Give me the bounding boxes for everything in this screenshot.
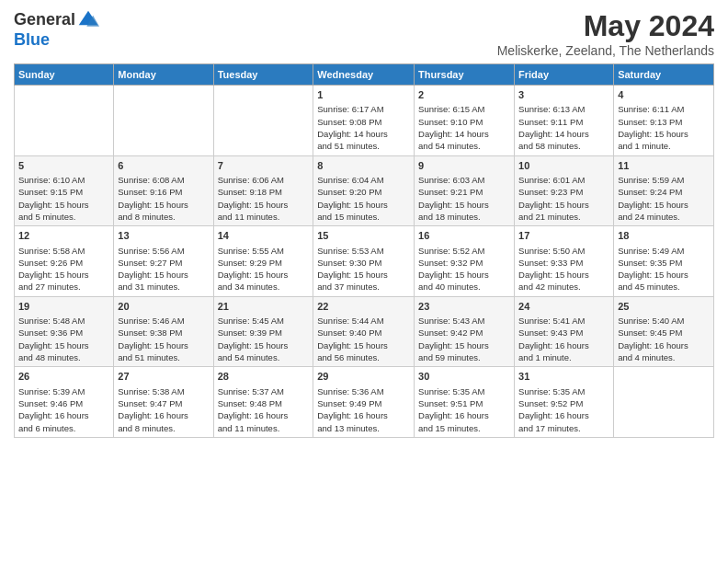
day-number: 13 — [118, 229, 209, 243]
title-section: May 2024 Meliskerke, Zeeland, The Nether… — [497, 9, 714, 58]
calendar-cell: 26Sunrise: 5:39 AMSunset: 9:46 PMDayligh… — [15, 367, 114, 438]
day-info-line: and 45 minutes. — [618, 281, 710, 293]
calendar-cell — [15, 86, 114, 156]
day-info-line: Sunset: 9:49 PM — [317, 397, 410, 409]
day-info-line: and 31 minutes. — [118, 281, 209, 293]
day-info-line: and 59 minutes. — [418, 351, 510, 363]
day-info-line: Daylight: 16 hours — [518, 339, 609, 351]
day-info-line: Daylight: 15 hours — [518, 269, 609, 281]
day-info-line: Sunset: 9:10 PM — [418, 116, 510, 128]
logo-general-text: General — [14, 11, 75, 29]
logo-blue-text: Blue — [14, 31, 99, 50]
calendar-cell: 1Sunrise: 6:17 AMSunset: 9:08 PMDaylight… — [313, 86, 415, 156]
calendar-cell: 31Sunrise: 5:35 AMSunset: 9:52 PMDayligh… — [515, 367, 614, 438]
calendar-week-row: 5Sunrise: 6:10 AMSunset: 9:15 PMDaylight… — [15, 155, 714, 226]
day-number: 30 — [418, 370, 510, 384]
day-info-line: and 13 minutes. — [317, 422, 410, 434]
day-info-line: Sunset: 9:51 PM — [418, 397, 510, 409]
day-info-line: Daylight: 15 hours — [18, 269, 109, 281]
day-number: 31 — [518, 370, 609, 384]
day-info-line: Sunset: 9:20 PM — [317, 186, 410, 198]
day-info-line: Daylight: 16 hours — [317, 409, 410, 421]
day-info-line: Daylight: 15 hours — [317, 269, 410, 281]
day-info-line: Daylight: 15 hours — [317, 199, 410, 211]
day-info-line: Sunset: 9:46 PM — [18, 397, 109, 409]
day-info-line: Daylight: 16 hours — [18, 409, 109, 421]
day-number: 24 — [518, 300, 609, 314]
day-number: 19 — [18, 300, 109, 314]
day-number: 26 — [18, 370, 109, 384]
day-info-line: Sunset: 9:32 PM — [418, 257, 510, 269]
logo-icon — [77, 9, 99, 31]
day-number: 16 — [418, 229, 510, 243]
day-info-line: Sunset: 9:29 PM — [218, 257, 310, 269]
day-info-line: and 51 minutes. — [317, 140, 410, 152]
day-info-line: Sunset: 9:48 PM — [218, 397, 310, 409]
day-info-line: Sunrise: 6:06 AM — [218, 174, 310, 186]
day-info-line: Daylight: 16 hours — [118, 409, 209, 421]
day-info-line: Daylight: 14 hours — [518, 128, 609, 140]
calendar-cell: 17Sunrise: 5:50 AMSunset: 9:33 PMDayligh… — [515, 226, 614, 297]
calendar-cell: 13Sunrise: 5:56 AMSunset: 9:27 PMDayligh… — [114, 226, 213, 297]
day-info-line: Sunset: 9:45 PM — [618, 327, 710, 339]
day-info-line: Sunset: 9:42 PM — [418, 327, 510, 339]
day-info-line: Sunrise: 5:40 AM — [618, 315, 710, 327]
day-info-line: Sunset: 9:30 PM — [317, 257, 410, 269]
day-number: 22 — [317, 300, 410, 314]
day-info-line: and 54 minutes. — [218, 351, 310, 363]
day-info-line: Daylight: 16 hours — [618, 339, 710, 351]
day-info-line: Sunset: 9:08 PM — [317, 116, 410, 128]
day-info-line: Daylight: 15 hours — [218, 269, 310, 281]
day-info-line: Daylight: 15 hours — [418, 199, 510, 211]
page-header: General Blue May 2024 Meliskerke, Zeelan… — [14, 9, 714, 58]
logo: General Blue — [14, 9, 99, 50]
day-number: 15 — [317, 229, 410, 243]
calendar-cell: 4Sunrise: 6:11 AMSunset: 9:13 PMDaylight… — [614, 86, 714, 156]
day-info-line: Sunrise: 6:13 AM — [518, 103, 609, 115]
weekday-header-tuesday: Tuesday — [213, 64, 313, 86]
day-info-line: and 1 minute. — [618, 140, 710, 152]
calendar-cell: 3Sunrise: 6:13 AMSunset: 9:11 PMDaylight… — [515, 86, 614, 156]
calendar-table: SundayMondayTuesdayWednesdayThursdayFrid… — [14, 63, 714, 438]
day-info-line: Sunset: 9:39 PM — [218, 327, 310, 339]
day-info-line: Daylight: 15 hours — [618, 199, 710, 211]
calendar-cell: 6Sunrise: 6:08 AMSunset: 9:16 PMDaylight… — [114, 155, 213, 226]
weekday-header-monday: Monday — [114, 64, 213, 86]
calendar-cell: 2Sunrise: 6:15 AMSunset: 9:10 PMDaylight… — [415, 86, 515, 156]
day-info-line: Sunrise: 5:49 AM — [618, 245, 710, 257]
day-info-line: Sunset: 9:24 PM — [618, 186, 710, 198]
calendar-cell: 19Sunrise: 5:48 AMSunset: 9:36 PMDayligh… — [15, 296, 114, 367]
day-info-line: Daylight: 15 hours — [218, 199, 310, 211]
day-info-line: and 40 minutes. — [418, 281, 510, 293]
day-info-line: Sunrise: 5:43 AM — [418, 315, 510, 327]
calendar-cell — [614, 367, 714, 438]
day-info-line: Daylight: 15 hours — [518, 199, 609, 211]
day-info-line: and 1 minute. — [518, 351, 609, 363]
day-info-line: Sunrise: 5:46 AM — [118, 315, 209, 327]
day-info-line: Daylight: 15 hours — [418, 269, 510, 281]
day-number: 3 — [518, 88, 609, 102]
day-info-line: Sunrise: 5:52 AM — [418, 245, 510, 257]
day-info-line: Sunrise: 5:45 AM — [218, 315, 310, 327]
day-info-line: Sunset: 9:43 PM — [518, 327, 609, 339]
day-info-line: and 27 minutes. — [18, 281, 109, 293]
weekday-header-saturday: Saturday — [614, 64, 714, 86]
calendar-cell: 23Sunrise: 5:43 AMSunset: 9:42 PMDayligh… — [415, 296, 515, 367]
day-info-line: Sunrise: 6:04 AM — [317, 174, 410, 186]
day-info-line: Sunset: 9:47 PM — [118, 397, 209, 409]
weekday-header-friday: Friday — [515, 64, 614, 86]
day-info-line: and 5 minutes. — [18, 211, 109, 223]
day-number: 28 — [218, 370, 310, 384]
day-info-line: Sunrise: 6:08 AM — [118, 174, 209, 186]
day-info-line: Sunrise: 6:10 AM — [18, 174, 109, 186]
calendar-header: SundayMondayTuesdayWednesdayThursdayFrid… — [15, 64, 714, 86]
day-info-line: Sunrise: 5:36 AM — [317, 385, 410, 397]
day-number: 6 — [118, 159, 209, 173]
day-info-line: and 58 minutes. — [518, 140, 609, 152]
calendar-cell: 10Sunrise: 6:01 AMSunset: 9:23 PMDayligh… — [515, 155, 614, 226]
day-info-line: and 4 minutes. — [618, 351, 710, 363]
weekday-header-sunday: Sunday — [15, 64, 114, 86]
day-info-line: and 18 minutes. — [418, 211, 510, 223]
weekday-header-wednesday: Wednesday — [313, 64, 415, 86]
day-info-line: Sunrise: 5:39 AM — [18, 385, 109, 397]
